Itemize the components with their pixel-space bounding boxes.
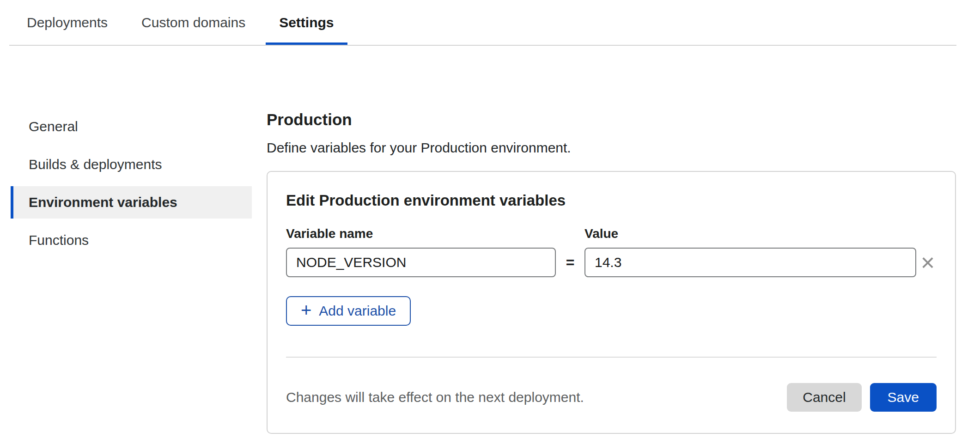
sidebar-item-environment-variables[interactable]: Environment variables (11, 186, 252, 219)
remove-variable-button[interactable]: × (919, 250, 937, 274)
sidebar-item-functions[interactable]: Functions (11, 224, 252, 256)
card-footer: Changes will take effect on the next dep… (286, 383, 937, 412)
card-title: Edit Production environment variables (286, 193, 937, 208)
tab-deployments[interactable]: Deployments (13, 0, 121, 45)
sidebar-item-general[interactable]: General (11, 110, 252, 143)
variable-row: = × (286, 248, 937, 277)
tab-deployments-label: Deployments (27, 15, 108, 30)
x-icon: × (921, 249, 935, 276)
variable-value-input[interactable] (584, 248, 916, 277)
plus-icon: + (301, 301, 311, 319)
tab-settings[interactable]: Settings (266, 0, 347, 45)
value-label: Value (584, 227, 916, 240)
tab-custom-domains-label: Custom domains (141, 15, 245, 30)
cancel-button[interactable]: Cancel (787, 383, 861, 412)
variable-name-label: Variable name (286, 227, 556, 240)
sidebar-item-builds-deployments[interactable]: Builds & deployments (11, 148, 252, 181)
pages-project-settings-page: Deployments Custom domains Settings Gene… (0, 0, 980, 434)
environment-variables-panel: Production Define variables for your Pro… (267, 110, 956, 434)
equals-sign: = (556, 254, 584, 271)
tab-bar: Deployments Custom domains Settings (9, 0, 956, 46)
deployment-note: Changes will take effect on the next dep… (286, 390, 584, 404)
field-labels-row: Variable name Value (286, 227, 937, 240)
tab-custom-domains[interactable]: Custom domains (128, 0, 259, 45)
add-variable-label: Add variable (319, 304, 396, 318)
page-subtitle: Define variables for your Production env… (267, 141, 956, 155)
tab-settings-label: Settings (279, 15, 334, 30)
variable-name-input[interactable] (286, 248, 556, 277)
add-variable-button[interactable]: + Add variable (286, 296, 411, 326)
page-title: Production (267, 111, 956, 128)
settings-layout: General Builds & deployments Environment… (0, 110, 980, 434)
card-divider (286, 357, 937, 358)
edit-env-vars-card: Edit Production environment variables Va… (267, 171, 956, 434)
footer-actions: Cancel Save (787, 383, 937, 412)
settings-sidebar: General Builds & deployments Environment… (11, 110, 252, 262)
save-button[interactable]: Save (870, 383, 937, 412)
